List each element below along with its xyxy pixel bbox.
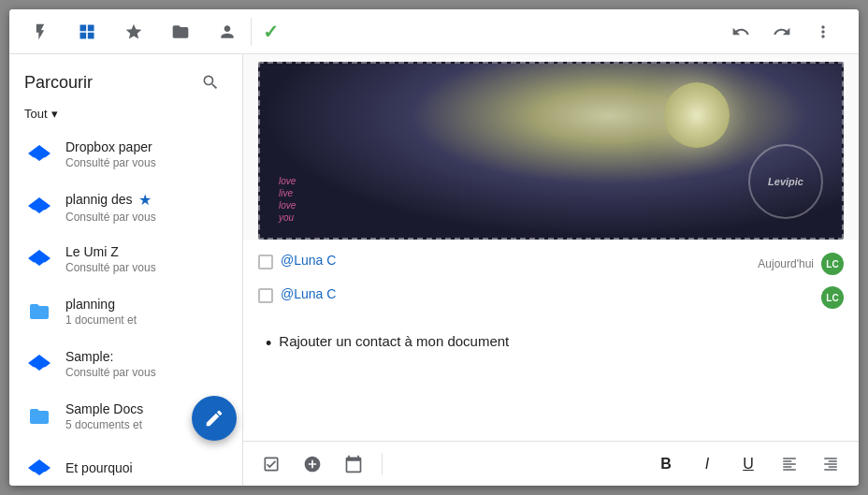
- app-window: ✓ Parcourir Tout ▾: [9, 9, 859, 486]
- nav-icon-star[interactable]: [118, 15, 150, 49]
- italic-button[interactable]: I: [690, 447, 724, 481]
- align-right-button[interactable]: [814, 447, 847, 481]
- calendar-icon[interactable]: [337, 447, 370, 481]
- file-meta: Consulté par vous: [65, 156, 227, 169]
- file-info: Et pourquoi: [65, 460, 227, 477]
- file-name: Le Umi Z: [65, 244, 119, 259]
- add-icon[interactable]: [296, 447, 329, 481]
- align-left-button[interactable]: [773, 447, 806, 481]
- file-meta: Consulté par vous: [65, 366, 227, 379]
- file-info: Sample: Consulté par vous: [65, 349, 227, 379]
- sidebar-title: Parcourir: [24, 73, 93, 93]
- nav-icon-grid[interactable]: [71, 15, 103, 49]
- file-name: Sample Docs: [65, 401, 143, 416]
- bold-button[interactable]: B: [649, 447, 683, 481]
- comment-time-1: Aujourd'hui: [758, 257, 814, 270]
- main-content: Parcourir Tout ▾ Dropbox paper Consulté …: [9, 54, 859, 486]
- underline-button[interactable]: U: [731, 447, 765, 481]
- file-info: Le Umi Z Consulté par vous: [65, 244, 227, 274]
- file-meta: Consulté par vous: [65, 211, 227, 224]
- comment-author-1: @Luna C: [281, 253, 750, 268]
- comment-item-1: @Luna C Aujourd'hui LC: [258, 247, 844, 281]
- filter-row: Tout ▾: [9, 107, 242, 128]
- redo-button[interactable]: [765, 15, 799, 49]
- comment-checkbox-1[interactable]: [258, 255, 273, 269]
- file-info: plannig des ★ Consulté par vous: [65, 191, 227, 224]
- image-preview: Levipic love live love you: [258, 62, 844, 240]
- bullet-dot: •: [266, 333, 271, 355]
- doc-text-1: Rajouter un contact à mon document: [279, 333, 509, 349]
- file-name-row: planning: [65, 297, 227, 312]
- comment-meta-2: LC: [821, 286, 844, 309]
- file-name-row: Sample:: [65, 349, 227, 364]
- file-name: Sample:: [65, 349, 113, 364]
- doc-bullet-1: • Rajouter un contact à mon document: [266, 333, 836, 355]
- checklist-icon[interactable]: [254, 447, 288, 481]
- right-panel: Levipic love live love you @Luna C: [243, 54, 859, 486]
- filter-label: Tout: [24, 107, 48, 121]
- file-item-0[interactable]: Dropbox paper Consulté par vous: [9, 128, 242, 181]
- file-item-2[interactable]: Le Umi Z Consulté par vous: [9, 233, 242, 285]
- nav-icon-person[interactable]: [211, 15, 243, 49]
- dropbox-icon: [24, 244, 54, 274]
- image-bg: Levipic love live love you: [260, 64, 842, 238]
- dropbox-icon: [24, 454, 54, 484]
- undo-button[interactable]: [724, 15, 758, 49]
- file-name-row: plannig des ★: [65, 191, 227, 209]
- nav-right: ✓: [252, 15, 851, 49]
- folder-icon: [24, 401, 54, 431]
- file-name: plannig des: [65, 192, 133, 207]
- file-name: planning: [65, 297, 115, 312]
- comment-meta-1: Aujourd'hui LC: [758, 253, 844, 275]
- file-item-3[interactable]: planning 1 document et: [9, 285, 242, 338]
- file-item-4[interactable]: Sample: Consulté par vous: [9, 338, 242, 390]
- watermark: Levipic: [748, 144, 823, 219]
- dropbox-icon: [24, 192, 54, 222]
- avatar-2: LC: [821, 286, 844, 309]
- comments-section: @Luna C Aujourd'hui LC @Luna C LC: [243, 240, 859, 322]
- file-item-1[interactable]: plannig des ★ Consulté par vous: [9, 181, 242, 233]
- file-meta: Consulté par vous: [65, 261, 227, 274]
- comment-item-2: @Luna C LC: [258, 281, 844, 314]
- toolbar-divider: [382, 453, 383, 475]
- filter-dropdown[interactable]: ▾: [51, 107, 58, 121]
- avatar-1: LC: [821, 253, 844, 275]
- more-button[interactable]: [806, 15, 840, 49]
- top-nav: ✓: [9, 9, 859, 54]
- file-item-6[interactable]: Et pourquoi: [9, 443, 242, 486]
- star-icon: ★: [138, 191, 152, 209]
- check-icon: ✓: [263, 21, 279, 43]
- comment-author-2: @Luna C: [281, 286, 814, 301]
- file-name-row: Dropbox paper: [65, 139, 227, 154]
- file-info: Dropbox paper Consulté par vous: [65, 139, 227, 169]
- nav-left: [17, 15, 251, 49]
- file-name-row: Et pourquoi: [65, 460, 227, 475]
- search-button[interactable]: [194, 66, 227, 99]
- doc-body: • Rajouter un contact à mon document: [243, 322, 859, 441]
- nav-icon-folder[interactable]: [165, 15, 196, 49]
- file-name: Et pourquoi: [65, 460, 133, 475]
- file-name-row: Le Umi Z: [65, 244, 227, 259]
- file-meta: 1 document et: [65, 313, 227, 327]
- folder-icon: [24, 297, 54, 327]
- file-name: Dropbox paper: [65, 139, 152, 154]
- dropbox-icon: [24, 349, 54, 379]
- file-info: planning 1 document et: [65, 297, 227, 327]
- fab-button[interactable]: [192, 396, 237, 441]
- comment-checkbox-2[interactable]: [258, 288, 273, 303]
- sidebar-header: Parcourir: [9, 54, 242, 107]
- dropbox-icon: [24, 139, 54, 169]
- moon: [664, 82, 730, 148]
- bottom-toolbar: B I U: [243, 441, 859, 486]
- nav-icon-lightning[interactable]: [24, 15, 56, 49]
